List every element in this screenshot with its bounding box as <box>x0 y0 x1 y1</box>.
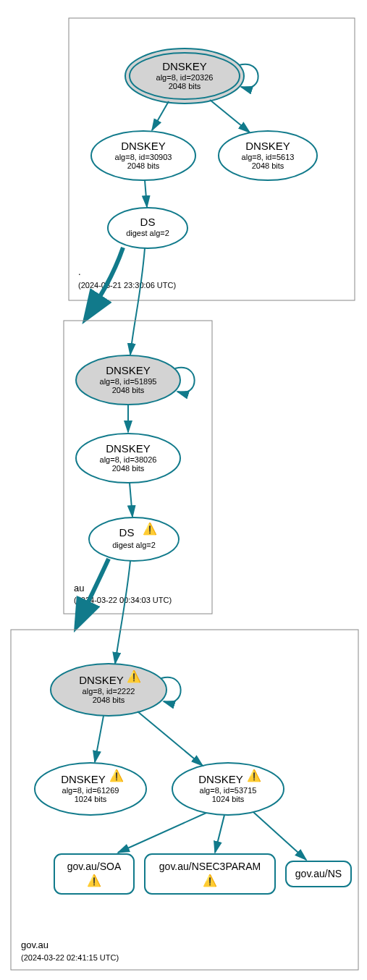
node-au-ksk: DNSKEY alg=8, id=51895 2048 bits <box>76 355 180 405</box>
node-govau-zsk2: DNSKEY ⚠️ alg=8, id=53715 1024 bits <box>172 763 284 815</box>
svg-text:2048 bits: 2048 bits <box>93 696 125 704</box>
svg-text:DS: DS <box>119 526 135 538</box>
zone-govau-ts: (2024-03-22 02:41:15 UTC) <box>21 953 119 962</box>
node-govau-soa: gov.au/SOA ⚠️ <box>54 854 134 894</box>
svg-text:2048 bits: 2048 bits <box>112 464 145 473</box>
node-govau-nsec3param: gov.au/NSEC3PARAM ⚠️ <box>145 854 275 894</box>
warning-icon: ⚠️ <box>247 769 261 782</box>
warning-icon: ⚠️ <box>109 769 124 782</box>
svg-text:gov.au/NSEC3PARAM: gov.au/NSEC3PARAM <box>159 861 261 872</box>
svg-text:1024 bits: 1024 bits <box>212 795 245 803</box>
node-govau-ns: gov.au/NS <box>286 861 351 887</box>
warning-icon: ⚠️ <box>143 522 157 536</box>
svg-text:DNSKEY: DNSKEY <box>245 140 290 152</box>
node-root-ksk: DNSKEY alg=8, id=20326 2048 bits <box>125 48 244 104</box>
svg-point-26 <box>89 518 179 561</box>
warning-icon: ⚠️ <box>87 874 101 887</box>
node-au-zsk: DNSKEY alg=8, id=38026 2048 bits <box>76 434 180 483</box>
node-govau-zsk1: DNSKEY ⚠️ alg=8, id=61269 1024 bits <box>35 763 146 815</box>
svg-text:alg=8, id=53715: alg=8, id=53715 <box>200 786 257 795</box>
svg-text:alg=8, id=51895: alg=8, id=51895 <box>100 377 157 386</box>
zone-au: au (2024-03-22 00:34:03 UTC) DNSKEY alg=… <box>64 321 212 614</box>
svg-text:digest alg=2: digest alg=2 <box>112 541 156 549</box>
dnssec-graph: . (2024-03-21 23:30:06 UTC) DNSKEY alg=8… <box>4 4 363 976</box>
warning-icon: ⚠️ <box>127 669 141 683</box>
svg-point-14 <box>108 208 187 248</box>
node-au-ds: DS ⚠️ digest alg=2 <box>89 518 179 561</box>
svg-text:1024 bits: 1024 bits <box>75 795 107 803</box>
node-root-zsk2: DNSKEY alg=8, id=5613 2048 bits <box>219 131 317 180</box>
zone-root-label: . <box>78 266 81 277</box>
svg-text:alg=8, id=2222: alg=8, id=2222 <box>83 687 135 696</box>
svg-text:alg=8, id=5613: alg=8, id=5613 <box>242 153 295 161</box>
node-root-ds: DS digest alg=2 <box>108 208 187 248</box>
svg-text:DNSKEY: DNSKEY <box>106 364 151 376</box>
zone-govau-label: gov.au <box>21 939 48 950</box>
zone-au-label: au <box>74 583 84 594</box>
zone-root: . (2024-03-21 23:30:06 UTC) DNSKEY alg=8… <box>69 18 355 300</box>
svg-text:DS: DS <box>140 216 156 228</box>
svg-text:DNSKEY: DNSKEY <box>162 60 207 72</box>
svg-text:alg=8, id=61269: alg=8, id=61269 <box>62 786 119 795</box>
svg-text:DNSKEY: DNSKEY <box>121 140 166 152</box>
svg-text:digest alg=2: digest alg=2 <box>126 229 169 237</box>
svg-text:2048 bits: 2048 bits <box>112 386 145 394</box>
svg-text:DNSKEY: DNSKEY <box>106 442 151 455</box>
svg-text:gov.au/SOA: gov.au/SOA <box>67 861 122 872</box>
svg-text:DNSKEY: DNSKEY <box>79 674 124 686</box>
svg-text:DNSKEY: DNSKEY <box>198 773 243 785</box>
warning-icon: ⚠️ <box>203 874 217 887</box>
svg-text:gov.au/NS: gov.au/NS <box>295 868 342 879</box>
svg-text:2048 bits: 2048 bits <box>252 161 284 170</box>
svg-text:alg=8, id=20326: alg=8, id=20326 <box>156 73 214 82</box>
svg-text:alg=8, id=38026: alg=8, id=38026 <box>100 455 157 464</box>
svg-text:2048 bits: 2048 bits <box>169 82 201 90</box>
zone-root-ts: (2024-03-21 23:30:06 UTC) <box>78 281 176 290</box>
svg-text:2048 bits: 2048 bits <box>127 161 160 170</box>
zone-govau: gov.au (2024-03-22 02:41:15 UTC) DNSKEY … <box>11 630 358 970</box>
svg-text:alg=8, id=30903: alg=8, id=30903 <box>115 153 172 161</box>
svg-text:DNSKEY: DNSKEY <box>61 773 106 785</box>
node-govau-ksk: DNSKEY ⚠️ alg=8, id=2222 2048 bits <box>51 664 166 716</box>
node-root-zsk1: DNSKEY alg=8, id=30903 2048 bits <box>91 131 195 180</box>
